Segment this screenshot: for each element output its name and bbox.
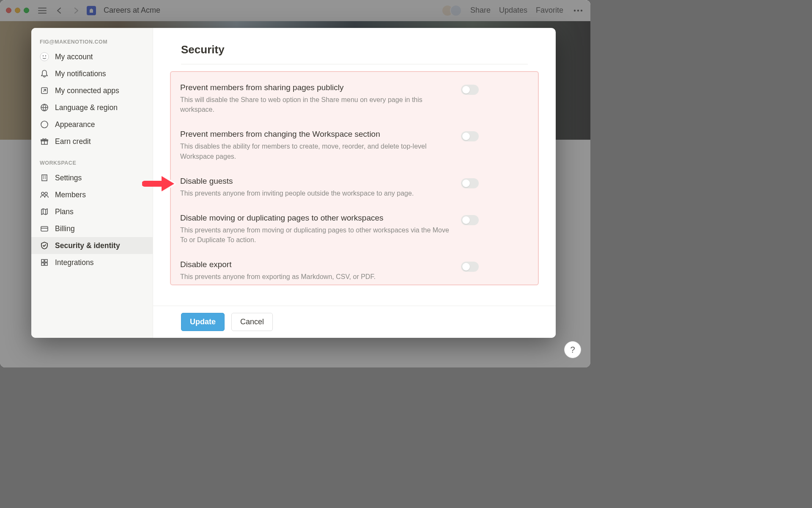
svg-point-6: [40, 52, 49, 61]
help-icon: ?: [570, 345, 575, 355]
map-icon: [40, 207, 49, 216]
cancel-button[interactable]: Cancel: [231, 313, 273, 331]
divider: [181, 64, 528, 64]
update-button[interactable]: Update: [181, 313, 225, 331]
building-icon: [40, 173, 49, 182]
setting-disable-export: Disable export This prevents anyone from…: [180, 256, 529, 284]
svg-point-8: [45, 55, 46, 56]
setting-title: Disable moving or duplicating pages to o…: [180, 213, 451, 223]
sidebar-item-label: Security & identity: [55, 241, 120, 250]
setting-title: Prevent members from sharing pages publi…: [180, 83, 451, 92]
sidebar-item-label: Earn credit: [55, 137, 91, 146]
sidebar-item-label: Language & region: [55, 103, 118, 112]
settings-modal: FIG@MAKENOTION.COM My account My notific…: [31, 28, 556, 338]
credit-card-icon: [40, 224, 49, 233]
sidebar-workspace-header: WORKSPACE: [31, 157, 153, 169]
globe-icon: [40, 103, 49, 112]
toggle-disable-move-duplicate[interactable]: [461, 215, 479, 225]
settings-content: Security Prevent members from sharing pa…: [153, 28, 556, 338]
account-avatar-icon: [40, 52, 49, 61]
setting-title: Disable guests: [180, 177, 451, 186]
setting-description: This prevents anyone from inviting peopl…: [180, 188, 451, 198]
svg-point-23: [45, 192, 47, 195]
page-heading: Security: [181, 43, 528, 56]
svg-point-22: [41, 192, 44, 195]
svg-rect-26: [41, 260, 44, 262]
external-link-icon: [40, 86, 49, 95]
gift-icon: [40, 137, 49, 146]
sidebar-item-label: My notifications: [55, 69, 106, 78]
sidebar-item-label: Plans: [55, 207, 74, 216]
setting-disable-move-duplicate: Disable moving or duplicating pages to o…: [180, 209, 529, 256]
setting-title: Disable export: [180, 260, 451, 269]
sidebar-item-settings[interactable]: Settings: [31, 169, 153, 186]
grid-icon: [40, 258, 49, 267]
setting-prevent-workspace-changes: Prevent members from changing the Worksp…: [180, 125, 529, 172]
toggle-disable-export[interactable]: [461, 262, 479, 272]
setting-description: This prevents anyone from exporting as M…: [180, 272, 451, 282]
setting-title: Prevent members from changing the Worksp…: [180, 130, 451, 139]
sidebar-item-language[interactable]: Language & region: [31, 99, 153, 116]
sidebar-item-label: My account: [55, 52, 93, 61]
sidebar-item-security[interactable]: Security & identity: [31, 237, 153, 254]
setting-disable-guests: Disable guests This prevents anyone from…: [180, 172, 529, 209]
sidebar-item-label: Integrations: [55, 258, 93, 267]
toggle-prevent-public-share[interactable]: [461, 85, 479, 95]
modal-footer: Update Cancel: [153, 306, 556, 338]
toggle-prevent-workspace-changes[interactable]: [461, 131, 479, 141]
setting-description: This will disable the Share to web optio…: [180, 95, 451, 114]
svg-rect-29: [45, 263, 47, 265]
setting-prevent-public-share: Prevent members from sharing pages publi…: [180, 79, 529, 125]
sidebar-item-plans[interactable]: Plans: [31, 203, 153, 220]
sidebar-item-earn-credit[interactable]: Earn credit: [31, 133, 153, 150]
help-button[interactable]: ?: [564, 341, 581, 358]
sidebar-item-label: Members: [55, 190, 86, 199]
svg-rect-28: [41, 263, 44, 265]
sidebar-item-label: Appearance: [55, 120, 95, 129]
sidebar-item-integrations[interactable]: Integrations: [31, 254, 153, 271]
shield-check-icon: [40, 241, 49, 250]
svg-rect-27: [45, 260, 47, 262]
svg-point-7: [43, 55, 44, 56]
sidebar-item-label: Settings: [55, 174, 82, 182]
setting-description: This prevents anyone from moving or dupl…: [180, 225, 451, 245]
sidebar-item-appearance[interactable]: Appearance: [31, 116, 153, 133]
settings-highlight-box: Prevent members from sharing pages publi…: [170, 71, 539, 285]
sidebar-item-label: Billing: [55, 224, 75, 233]
sidebar-account-header: FIG@MAKENOTION.COM: [31, 36, 153, 48]
sidebar-item-members[interactable]: Members: [31, 186, 153, 203]
svg-rect-24: [41, 226, 48, 231]
svg-point-11: [41, 121, 48, 128]
toggle-disable-guests[interactable]: [461, 178, 479, 188]
sidebar-item-billing[interactable]: Billing: [31, 220, 153, 237]
bell-icon: [40, 69, 49, 78]
settings-sidebar: FIG@MAKENOTION.COM My account My notific…: [31, 28, 153, 338]
people-icon: [40, 190, 49, 199]
moon-icon: [40, 120, 49, 129]
sidebar-item-notifications[interactable]: My notifications: [31, 65, 153, 82]
svg-rect-15: [42, 175, 47, 181]
sidebar-item-label: My connected apps: [55, 86, 119, 95]
sidebar-item-connected-apps[interactable]: My connected apps: [31, 82, 153, 99]
setting-description: This disables the ability for members to…: [180, 141, 451, 161]
app-window: Careers at Acme Share Updates Favorite F…: [0, 0, 590, 367]
sidebar-item-my-account[interactable]: My account: [31, 48, 153, 65]
